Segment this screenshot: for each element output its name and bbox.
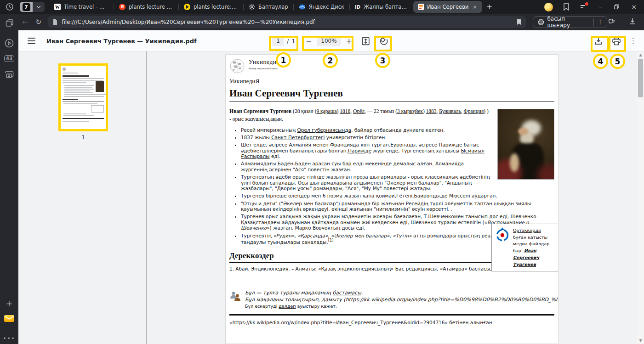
thumbnails-panel: 1	[18, 51, 147, 344]
wikipedia-globe-icon	[229, 58, 245, 74]
tab-plants-lecture-video[interactable]: plants lecture: 2 ть	[179, 1, 243, 13]
tab-turgenev-pdf-active[interactable]: Иван Сергееви ×	[413, 1, 482, 13]
scrollbar-thumb[interactable]	[638, 59, 643, 97]
tab-count: 7	[23, 3, 30, 11]
annotation-callout-1: 1	[276, 52, 291, 68]
annotation-callout-5: 5	[610, 54, 625, 69]
download-icon	[629, 18, 636, 25]
sidebar-mail-button[interactable]	[0, 315, 18, 322]
tab-label: Time travel - Wikip	[64, 4, 108, 10]
scroll-down-arrow[interactable]: ▼	[637, 338, 644, 343]
tab-settings[interactable]: Баптаулар	[244, 1, 293, 13]
browser-window: 7 W Time travel - Wikip Я plants lecture…	[0, 0, 644, 344]
id-badge-icon: ID	[355, 5, 360, 10]
annotation-callout-2: 2	[323, 53, 338, 68]
printer-icon	[538, 19, 544, 25]
bullet-item: Тургенев бірнеше өлеңдер мен 6 поэма жаз…	[241, 193, 554, 198]
yandex-mail-icon	[4, 315, 14, 322]
tab-label: plants lecture — Я	[129, 4, 173, 10]
sidebar-add-button[interactable]: +	[0, 299, 18, 308]
window-restore-button[interactable]	[614, 4, 619, 10]
sidebar-music-button[interactable]	[0, 39, 18, 48]
page-1-thumbnail[interactable]	[58, 63, 108, 131]
pdf-page: УикипедиЯ Ашық энциклопедиясы УикипедиЯ …	[225, 54, 559, 344]
annotation-box-print	[609, 36, 626, 52]
wikimedia-commons-icon	[496, 227, 509, 242]
bookmark-icon[interactable]	[516, 19, 522, 25]
retrieved-from-line: «https://kk.wikipedia.org/w/index.php?ti…	[229, 320, 554, 325]
tab-time-travel[interactable]: W Time travel - Wikip	[49, 1, 114, 13]
notifications-panel-button[interactable]	[580, 4, 587, 10]
pdf-menu-button[interactable]	[28, 30, 35, 51]
screenshot-camera-icon	[5, 71, 14, 79]
scroll-up-arrow[interactable]: ▲	[637, 53, 644, 57]
restore-icon	[614, 4, 619, 10]
stub-line-3: Бұл ескертуді дәлдеп ауыстыру қажет.	[245, 304, 559, 309]
site-name-line: УикипедиЯ	[229, 78, 554, 85]
annotation-callout-3: 3	[375, 53, 390, 68]
stub-line-2: Бұл мақаланы толықтырып, дамыту (https:/…	[245, 297, 559, 304]
annotation-box-rotate	[374, 36, 392, 51]
gear-icon	[249, 4, 255, 10]
panels-icon	[6, 19, 13, 27]
collections-button[interactable]	[607, 17, 616, 27]
stub-notice: Бұл — тұлға туралы мақаланың бастамасы. …	[229, 290, 554, 309]
stub-people-icon	[229, 291, 241, 302]
fit-to-page-button[interactable]	[361, 30, 370, 51]
tab-yandex-disk[interactable]: Яндекс Диск	[294, 1, 349, 13]
pdf-more-options[interactable]: ⋮	[630, 30, 637, 51]
reload-button[interactable]: ↻	[36, 18, 42, 26]
thumbnail-page-label: 1	[58, 134, 108, 141]
avatar	[544, 3, 553, 11]
history-button[interactable]	[6, 3, 14, 11]
sidebar-screenshot-button[interactable]	[0, 71, 18, 79]
turgenev-portrait-image	[497, 109, 554, 180]
tab-list-dropdown[interactable]	[33, 2, 45, 12]
sidebar-more-button[interactable]: •••	[0, 335, 18, 342]
yandex-icon: Я	[119, 4, 125, 10]
annotation-box-download	[591, 36, 609, 52]
clock-icon	[6, 3, 14, 11]
play-circle-icon	[5, 39, 14, 48]
window-minimize-button[interactable]: –	[599, 4, 602, 10]
pdf-viewer-area: УикипедиЯ Ашық энциклопедиясы УикипедиЯ …	[147, 51, 637, 344]
logo-tagline: Ашық энциклопедиясы	[249, 67, 281, 70]
profile-avatar[interactable]	[544, 3, 553, 11]
tab-strip: W Time travel - Wikip Я plants lecture —…	[49, 0, 492, 14]
hamburger-icon	[28, 38, 35, 44]
file-icon	[52, 19, 58, 25]
tab-panels-button[interactable]	[0, 19, 18, 27]
notification-dot	[585, 2, 588, 6]
article-title: Иван Сергеевич Тургенев	[229, 88, 554, 102]
url-text: file:///C:/Users/Admin/Desktop/Иван%20Се…	[62, 19, 516, 25]
back-button[interactable]: ←	[22, 18, 28, 26]
badge-43: 43	[4, 55, 14, 62]
print-button-label: басып шығару	[547, 16, 589, 28]
window-close-button[interactable]: ×	[631, 3, 637, 11]
tab-counter-pill: 7	[20, 2, 33, 12]
sidebar-counter-badge[interactable]: 43	[0, 55, 18, 62]
tab-label: Баптаулар	[258, 4, 288, 10]
browser-sidebar: 43 + •••	[0, 14, 18, 344]
bullet-item: "Отцы и дети" ("Әкелер мен балалар") ром…	[241, 201, 554, 212]
video-play-icon	[184, 4, 190, 10]
annotation-box-page-counter	[269, 36, 298, 51]
tab-label: Жалпы баптаулар	[364, 4, 408, 10]
address-bar[interactable]: file:///C:/Users/Admin/Desktop/Иван%20Се…	[48, 16, 526, 28]
tab-counter[interactable]: 7	[20, 2, 45, 12]
annotation-callout-4: 4	[593, 54, 608, 69]
print-page-button[interactable]: басып шығару ⋮	[533, 16, 607, 28]
footer-rule	[229, 314, 554, 316]
downloads-button[interactable]	[629, 18, 636, 27]
stub-line-1: Бұл — тұлға туралы мақаланың бастамасы.	[245, 290, 559, 297]
tab-general-settings[interactable]: ID Жалпы баптаулар	[350, 1, 413, 13]
tab-close-icon[interactable]: ×	[473, 4, 477, 10]
bookmark-flag-icon	[563, 3, 570, 11]
bookmarks-button[interactable]	[563, 3, 570, 11]
yandex-disk-icon	[299, 4, 306, 10]
tab-plants-lecture-search[interactable]: Я plants lecture — Я	[114, 1, 178, 13]
print-options-dots[interactable]: ⋮	[593, 18, 607, 26]
vertical-scrollbar[interactable]: ▲ ▼	[637, 51, 644, 344]
new-tab-button[interactable]: +	[487, 3, 493, 11]
address-bar-row: ← ↻ file:///C:/Users/Admin/Desktop/Иван%…	[18, 14, 644, 30]
